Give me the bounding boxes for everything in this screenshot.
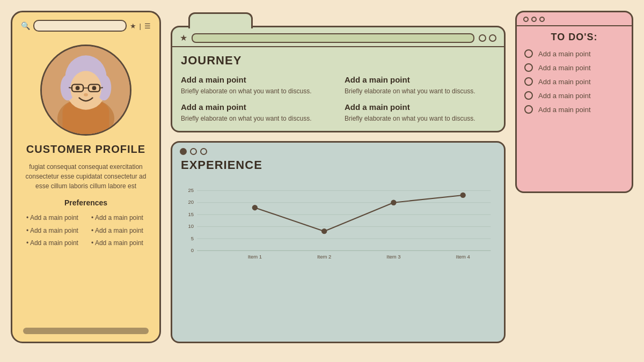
todo-label: Add a main point — [538, 106, 591, 114]
preference-item: Add a main point — [26, 225, 80, 237]
preference-item: Add a main point — [91, 212, 145, 224]
experience-content: EXPERIENCE 0 5 10 15 20 25 — [172, 158, 504, 271]
divider-icon: | — [140, 22, 141, 30]
svg-line-12 — [69, 87, 72, 88]
chart-container: 0 5 10 15 20 25 — [181, 178, 495, 266]
main-layout: 🔍 ★ | ☰ — [11, 11, 633, 351]
todo-label: Add a main point — [538, 92, 591, 100]
todo-dot-1 — [523, 17, 529, 22]
journey-item-desc: Briefly elaborate on what you want to di… — [345, 86, 495, 96]
exp-dot-3 — [200, 148, 207, 155]
exp-dot-2 — [190, 148, 197, 155]
experience-title: EXPERIENCE — [181, 158, 495, 172]
search-icon: 🔍 — [21, 21, 30, 30]
todo-checkbox[interactable] — [524, 63, 533, 72]
journey-url-bar[interactable] — [192, 33, 474, 43]
svg-text:Item 2: Item 2 — [317, 254, 331, 260]
todo-dot-2 — [531, 17, 537, 22]
menu-icon: ☰ — [144, 22, 151, 30]
svg-point-15 — [92, 86, 97, 90]
svg-point-31 — [391, 200, 396, 205]
todo-checkbox[interactable] — [524, 105, 533, 114]
svg-text:Item 4: Item 4 — [456, 254, 470, 260]
middle-column: ★ JOURNEY Add a main point Briefly elabo… — [171, 11, 506, 343]
svg-text:25: 25 — [188, 187, 194, 193]
todo-panel: TO DO'S: Add a main point Add a main poi… — [515, 11, 633, 193]
journey-item-title: Add a main point — [181, 102, 332, 112]
todo-label: Add a main point — [538, 50, 591, 58]
journey-circle-1 — [479, 34, 486, 42]
journey-content: JOURNEY Add a main point Briefly elabora… — [172, 47, 504, 131]
experience-chart: 0 5 10 15 20 25 — [181, 178, 495, 266]
preference-item: Add a main point — [91, 238, 145, 249]
todo-content: TO DO'S: Add a main point Add a main poi… — [517, 26, 632, 124]
journey-item: Add a main point Briefly elaborate on wh… — [345, 75, 495, 96]
svg-line-13 — [100, 87, 103, 88]
preference-item: Add a main point — [26, 238, 80, 249]
todo-item: Add a main point — [524, 49, 624, 58]
journey-item: Add a main point Briefly elaborate on wh… — [345, 102, 495, 123]
journey-star-icon: ★ — [180, 33, 187, 43]
svg-text:Item 1: Item 1 — [248, 254, 262, 260]
todo-item: Add a main point — [524, 91, 624, 100]
preference-item: Add a main point — [91, 225, 145, 237]
profile-browser-icons: ★ | ☰ — [130, 22, 151, 30]
todo-label: Add a main point — [538, 64, 591, 72]
journey-item-desc: Briefly elaborate on what you want to di… — [181, 114, 332, 123]
todo-checkbox[interactable] — [524, 49, 533, 58]
profile-browser-bar: 🔍 ★ | ☰ — [21, 20, 151, 32]
todo-list: Add a main point Add a main point Add a … — [524, 49, 624, 114]
journey-title: JOURNEY — [181, 54, 495, 68]
svg-text:5: 5 — [191, 235, 194, 241]
profile-title: CUSTOMER PROFILE — [26, 143, 145, 156]
svg-point-29 — [252, 205, 258, 210]
journey-tab — [188, 12, 253, 28]
profile-bottom-bar — [23, 328, 149, 334]
experience-browser-bar — [172, 143, 504, 158]
profile-description: fugiat consequat consequat exercitation … — [21, 162, 151, 191]
todo-checkbox[interactable] — [524, 77, 533, 86]
star-icon: ★ — [130, 22, 136, 30]
avatar — [40, 45, 131, 136]
journey-panel: ★ JOURNEY Add a main point Briefly elabo… — [171, 26, 506, 132]
profile-search-bar[interactable] — [33, 20, 127, 32]
journey-item: Add a main point Briefly elaborate on wh… — [181, 75, 332, 96]
todo-title: TO DO'S: — [524, 32, 624, 43]
journey-item-title: Add a main point — [345, 75, 495, 84]
svg-point-14 — [76, 86, 80, 90]
journey-item-title: Add a main point — [345, 102, 495, 112]
todo-checkbox[interactable] — [524, 91, 533, 100]
journey-circle-2 — [489, 34, 496, 42]
svg-text:10: 10 — [188, 223, 194, 229]
todo-item: Add a main point — [524, 77, 624, 86]
journey-item-desc: Briefly elaborate on what you want to di… — [345, 114, 495, 123]
journey-item-title: Add a main point — [181, 75, 332, 84]
todo-browser-bar — [517, 12, 632, 26]
svg-point-16 — [84, 93, 88, 97]
journey-item-desc: Briefly elaborate on what you want to di… — [181, 86, 332, 96]
svg-point-32 — [460, 193, 466, 198]
todo-label: Add a main point — [538, 78, 591, 86]
todo-dot-3 — [539, 17, 545, 22]
todo-item: Add a main point — [524, 105, 624, 114]
journey-circles — [479, 34, 496, 42]
svg-text:20: 20 — [188, 199, 194, 205]
svg-text:Item 3: Item 3 — [386, 254, 400, 260]
preference-item: Add a main point — [26, 212, 80, 224]
svg-point-30 — [321, 228, 327, 234]
journey-browser-bar: ★ — [172, 27, 504, 47]
preferences-grid: Add a main pointAdd a main pointAdd a ma… — [21, 212, 151, 249]
journey-item: Add a main point Briefly elaborate on wh… — [181, 102, 332, 123]
svg-text:15: 15 — [188, 211, 194, 217]
profile-panel: 🔍 ★ | ☰ — [11, 11, 161, 343]
journey-grid: Add a main point Briefly elaborate on wh… — [181, 75, 495, 123]
todo-item: Add a main point — [524, 63, 624, 72]
preferences-title: Preferences — [64, 198, 107, 207]
exp-dot-1 — [180, 148, 187, 155]
avatar-image — [42, 46, 130, 134]
svg-text:0: 0 — [191, 247, 194, 253]
experience-panel: EXPERIENCE 0 5 10 15 20 25 — [171, 141, 506, 343]
